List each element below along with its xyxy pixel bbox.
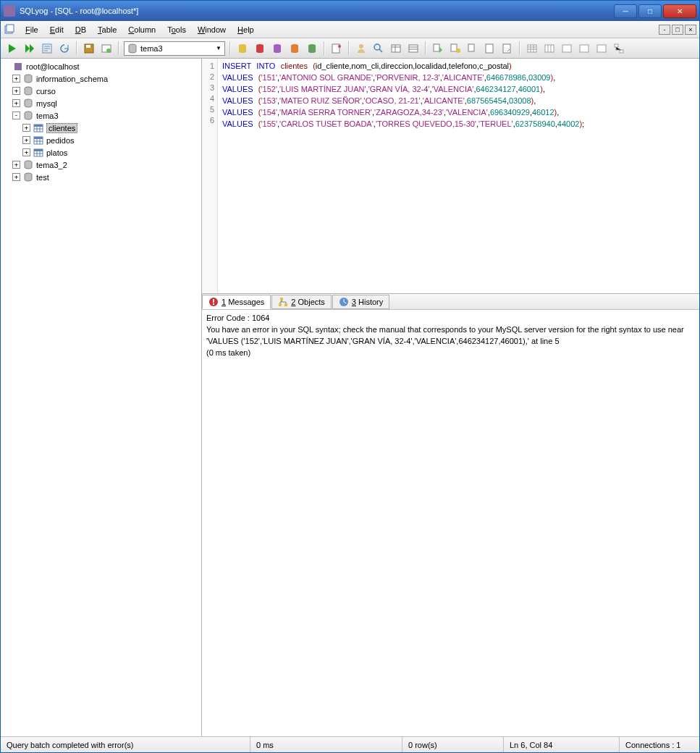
menu-column[interactable]: Column <box>122 24 161 35</box>
database-icon <box>23 111 33 121</box>
line-number: 3 <box>202 83 214 93</box>
minimize-button[interactable]: ─ <box>614 4 637 18</box>
table-2-icon[interactable] <box>406 41 421 56</box>
tree-db-mysql[interactable]: + mysql <box>2 97 200 109</box>
execute-all-icon[interactable] <box>22 41 37 56</box>
open-icon[interactable] <box>99 41 114 56</box>
app-icon <box>4 5 15 17</box>
line-gutter: 1 2 3 4 5 6 <box>202 59 218 293</box>
tab-history[interactable]: 3 History <box>332 295 389 309</box>
tree-label: tema3 <box>36 112 59 120</box>
toolbar-sep <box>229 41 231 56</box>
error-line: Error Code : 1064 <box>206 314 269 322</box>
export-3-icon[interactable] <box>465 41 480 56</box>
tree-db-information-schema[interactable]: + information_schema <box>2 72 200 85</box>
db-red-icon[interactable] <box>253 41 267 56</box>
diagram-icon[interactable] <box>612 41 626 56</box>
server-icon <box>13 62 23 72</box>
sql-editor[interactable]: 1 2 3 4 5 6 INSERT INTO clientes (id_cli… <box>202 59 699 294</box>
toolbar-sep <box>324 41 325 56</box>
user-icon[interactable] <box>354 41 368 56</box>
search-icon[interactable] <box>371 41 386 56</box>
svg-point-16 <box>374 44 380 50</box>
menu-edit[interactable]: Edit <box>44 24 69 35</box>
status-rows: 0 row(s) <box>402 737 504 752</box>
tree-root[interactable]: root@localhost <box>2 60 200 72</box>
new-conn-icon[interactable] <box>4 24 15 35</box>
expand-icon[interactable]: + <box>12 173 20 181</box>
grid-4-icon[interactable] <box>577 41 591 56</box>
grid-2-icon[interactable] <box>542 41 557 56</box>
messages-panel[interactable]: Error Code : 1064 You have an error in y… <box>202 310 699 736</box>
svg-rect-30 <box>615 44 618 47</box>
tree-table-clientes[interactable]: + clientes <box>2 122 200 134</box>
grid-3-icon[interactable] <box>560 41 574 56</box>
mdi-minimize[interactable]: - <box>659 25 670 35</box>
tab-messages[interactable]: 1 Messages <box>202 295 271 309</box>
toolbar-sep <box>76 41 77 56</box>
menu-file[interactable]: File <box>20 24 44 35</box>
refresh-icon[interactable] <box>57 41 72 56</box>
query-icon[interactable] <box>40 41 54 56</box>
status-time: 0 ms <box>250 737 402 752</box>
status-cursor: Ln 6, Col 84 <box>504 737 620 752</box>
database-select[interactable]: tema3 ▼ <box>124 41 225 56</box>
db-green-icon[interactable] <box>305 41 319 56</box>
svg-rect-31 <box>620 50 623 53</box>
export-4-icon[interactable] <box>483 41 497 56</box>
expand-icon[interactable]: + <box>12 87 20 95</box>
svg-point-21 <box>456 49 460 53</box>
collapse-icon[interactable]: - <box>12 112 20 119</box>
close-button[interactable]: ✕ <box>663 4 696 18</box>
expand-icon[interactable]: + <box>22 148 30 156</box>
status-connections: Connections : 1 <box>620 737 699 752</box>
execute-icon[interactable] <box>5 41 20 56</box>
svg-rect-48 <box>280 298 283 300</box>
database-icon <box>23 172 33 182</box>
database-icon <box>23 86 33 96</box>
table-icon <box>33 123 43 133</box>
maximize-button[interactable]: □ <box>638 4 662 18</box>
table-1-icon[interactable] <box>389 41 403 56</box>
tab-objects[interactable]: 2 Objects <box>271 295 331 309</box>
expand-icon[interactable]: + <box>22 136 30 144</box>
db-yellow-icon[interactable] <box>235 41 250 56</box>
save-icon[interactable] <box>82 41 96 56</box>
mdi-close[interactable]: × <box>685 25 696 35</box>
svg-rect-27 <box>562 45 571 52</box>
tree-table-platos[interactable]: + platos <box>2 146 200 159</box>
export-2-icon[interactable] <box>448 41 463 56</box>
tree-db-test[interactable]: + test <box>2 171 200 183</box>
main-area: root@localhost + information_schema + cu… <box>1 59 699 736</box>
export-5-icon[interactable] <box>500 41 515 56</box>
tab-label: 3 History <box>352 298 383 306</box>
tree: root@localhost + information_schema + cu… <box>1 59 201 185</box>
expand-icon[interactable]: + <box>12 75 20 83</box>
expand-icon[interactable]: + <box>22 124 30 132</box>
db-orange-icon[interactable] <box>287 41 302 56</box>
db-purple-icon[interactable] <box>270 41 284 56</box>
tree-table-pedidos[interactable]: + pedidos <box>2 134 200 146</box>
menu-db[interactable]: DB <box>69 24 92 35</box>
tree-label: mysql <box>36 99 57 108</box>
time-text: (0 ms taken) <box>206 348 250 357</box>
mdi-restore[interactable]: □ <box>672 25 683 35</box>
menu-tools[interactable]: Tools <box>161 24 192 35</box>
menu-window[interactable]: Window <box>192 24 232 35</box>
sidebar: root@localhost + information_schema + cu… <box>1 59 202 736</box>
svg-rect-38 <box>34 125 43 127</box>
history-icon <box>339 297 349 307</box>
grid-5-icon[interactable] <box>594 41 609 56</box>
expand-icon[interactable]: + <box>12 99 20 107</box>
tree-db-curso[interactable]: + curso <box>2 85 200 97</box>
export-1-icon[interactable] <box>431 41 445 56</box>
tool-a-icon[interactable] <box>329 41 344 56</box>
expand-icon[interactable]: + <box>12 161 20 169</box>
tree-db-tema3[interactable]: - tema3 <box>2 109 200 122</box>
tree-db-tema3-2[interactable]: + tema3_2 <box>2 159 200 171</box>
grid-1-icon[interactable] <box>525 41 539 56</box>
database-name: tema3 <box>140 44 216 53</box>
menu-help[interactable]: Help <box>232 24 260 35</box>
menu-table[interactable]: Table <box>92 24 122 35</box>
code-area[interactable]: INSERT INTO clientes (id_cliente,nom_cli… <box>218 59 699 293</box>
